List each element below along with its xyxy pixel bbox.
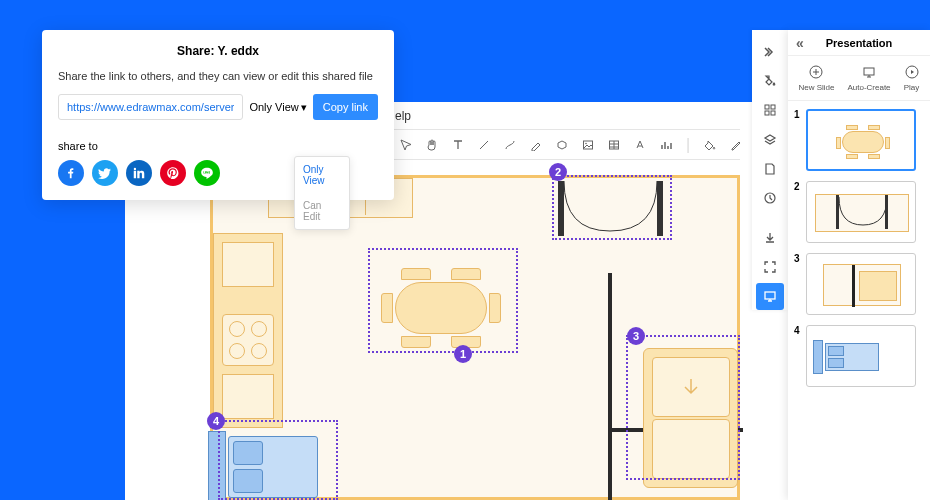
pen-icon[interactable] — [530, 138, 542, 152]
connector-icon[interactable] — [504, 138, 516, 152]
pinterest-icon[interactable] — [160, 160, 186, 186]
pointer-icon[interactable] — [400, 138, 412, 152]
svg-rect-8 — [771, 111, 775, 115]
slide-number: 3 — [794, 253, 802, 264]
auto-create-button[interactable]: Auto-Create — [847, 64, 890, 92]
chevron-left-icon[interactable]: « — [796, 35, 804, 51]
fullscreen-icon[interactable] — [756, 253, 784, 280]
twitter-icon[interactable] — [92, 160, 118, 186]
play-icon — [904, 64, 920, 80]
permission-option-only-view[interactable]: Only View — [295, 157, 349, 193]
chevron-down-icon: ▾ — [301, 101, 307, 114]
plus-icon — [808, 64, 824, 80]
svg-rect-6 — [771, 105, 775, 109]
style-icon[interactable] — [756, 67, 784, 94]
svg-rect-5 — [765, 105, 769, 109]
presentation-icon[interactable] — [756, 283, 784, 310]
slide-number: 4 — [794, 325, 802, 336]
svg-point-1 — [585, 142, 587, 144]
selection-box-4[interactable] — [218, 420, 338, 500]
svg-rect-12 — [864, 68, 874, 75]
marker-1[interactable]: 1 — [454, 345, 472, 363]
presentation-title: Presentation — [826, 37, 893, 49]
font-icon[interactable] — [634, 138, 646, 152]
history-icon[interactable] — [756, 185, 784, 212]
line-icon[interactable] — [194, 160, 220, 186]
marker-3[interactable]: 3 — [627, 327, 645, 345]
layers-icon[interactable] — [756, 126, 784, 153]
menu-help[interactable]: elp — [395, 109, 411, 123]
fill-icon[interactable] — [704, 138, 716, 152]
text-icon[interactable] — [452, 138, 464, 152]
permission-dropdown: Only View Can Edit — [294, 156, 350, 230]
svg-rect-10 — [765, 292, 775, 299]
side-tool-panel — [752, 30, 788, 310]
linkedin-icon[interactable] — [126, 160, 152, 186]
image-icon[interactable] — [582, 138, 594, 152]
slide-number: 2 — [794, 181, 802, 192]
page-icon[interactable] — [756, 155, 784, 182]
presentation-panel: « Presentation New Slide Auto-Create Pla… — [788, 30, 930, 500]
table-icon[interactable] — [608, 138, 620, 152]
shape-icon[interactable] — [556, 138, 568, 152]
copy-link-button[interactable]: Copy link — [313, 94, 378, 120]
new-slide-button[interactable]: New Slide — [798, 64, 834, 92]
selection-box-1[interactable] — [368, 248, 518, 353]
grid-icon[interactable] — [756, 97, 784, 124]
screen-icon — [861, 64, 877, 80]
svg-rect-7 — [765, 111, 769, 115]
chart-icon[interactable] — [660, 138, 672, 152]
share-url-input[interactable] — [58, 94, 243, 120]
share-dialog-description: Share the link to others, and they can v… — [58, 70, 378, 82]
stroke-icon[interactable] — [730, 138, 742, 152]
slide-number: 1 — [794, 109, 802, 120]
furniture-counter — [213, 233, 283, 428]
slide-thumb-1[interactable] — [806, 109, 916, 171]
permission-label: Only View — [249, 101, 298, 113]
permission-select[interactable]: Only View ▾ — [249, 101, 306, 114]
share-dialog: Share: Y. eddx Share the link to others,… — [42, 30, 394, 200]
slide-thumb-3[interactable] — [806, 253, 916, 315]
play-button[interactable]: Play — [904, 64, 920, 92]
share-dialog-title: Share: Y. eddx — [58, 44, 378, 58]
permission-option-can-edit[interactable]: Can Edit — [295, 193, 349, 229]
facebook-icon[interactable] — [58, 160, 84, 186]
slide-thumb-4[interactable] — [806, 325, 916, 387]
line-icon[interactable] — [478, 138, 490, 152]
slides-list: 1 2 — [788, 101, 930, 395]
marker-4[interactable]: 4 — [207, 412, 225, 430]
selection-box-3[interactable] — [626, 335, 740, 480]
share-to-label: share to — [58, 140, 378, 152]
hand-icon[interactable] — [426, 138, 438, 152]
slide-thumb-2[interactable] — [806, 181, 916, 243]
marker-2[interactable]: 2 — [549, 163, 567, 181]
export-icon[interactable] — [756, 224, 784, 251]
selection-box-2[interactable] — [552, 175, 672, 240]
collapse-icon[interactable] — [756, 38, 784, 65]
wall — [608, 273, 612, 500]
